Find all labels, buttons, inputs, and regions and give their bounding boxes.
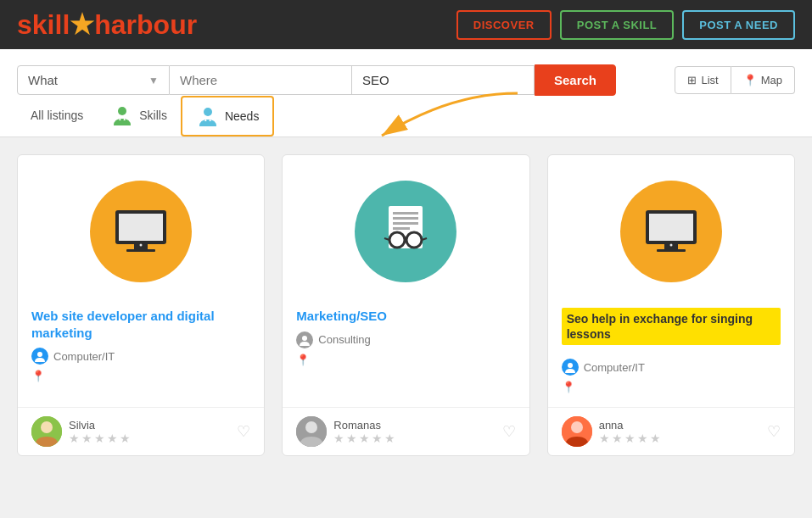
monitor-icon [111,209,171,255]
svg-rect-31 [657,249,686,252]
needs-person-icon [196,104,220,128]
search-query-input[interactable] [352,65,535,95]
svg-rect-19 [393,227,410,230]
svg-rect-16 [393,212,418,214]
header: skill★harbour DISCOVER POST A SKILL POST… [0,0,812,49]
card-2-username: Romanas [333,419,397,432]
nav-buttons: DISCOVER POST A SKILL POST A NEED [456,10,795,40]
svg-point-25 [302,336,307,341]
filter-tabs: All listings Skills [17,96,795,136]
card-3-image [548,155,794,299]
card-3-title[interactable]: Seo help in exchange for singing lessons [562,308,781,345]
post-skill-button[interactable]: POST A SKILL [560,10,675,40]
location-pin-icon: 📍 [296,354,310,366]
svg-rect-29 [649,214,693,241]
tab-needs[interactable]: Needs [181,96,274,136]
card-2-title[interactable]: Marketing/SEO [296,308,515,325]
what-label: What [28,73,58,87]
what-dropdown[interactable]: What ▼ [17,65,170,95]
map-view-button[interactable]: 📍 Map [731,66,795,94]
card-3: Seo help in exchange for singing lessons… [547,154,795,456]
svg-point-33 [568,363,573,368]
svg-point-27 [305,421,317,433]
chevron-down-icon: ▼ [148,75,159,86]
card-2-location: 📍 [296,354,515,366]
svg-rect-18 [393,222,418,225]
card-2-category: Consulting [296,331,515,348]
card-2-icon-circle [355,181,456,282]
card-1: Web site developer and digital marketing… [17,154,265,456]
card-1-icon-circle [90,181,192,282]
document-glasses-icon [372,202,440,261]
svg-point-35 [571,421,583,433]
svg-point-3 [204,108,212,116]
svg-rect-17 [393,217,418,220]
card-1-footer: Silvia ★★★★★ ♡ [18,407,264,455]
card-1-image [18,155,264,299]
card-1-category: Computer/IT [31,348,250,365]
card-2-body: Marketing/SEO Consulting 📍 [283,299,529,400]
card-1-title[interactable]: Web site developer and digital marketing [31,308,250,341]
svg-point-11 [140,243,143,246]
card-1-avatar [31,416,62,447]
card-2-favorite[interactable]: ♡ [502,422,516,441]
card-3-body: Seo help in exchange for singing lessons… [548,299,794,400]
svg-point-0 [118,107,126,115]
card-2-footer: Romanas ★★★★★ ♡ [283,407,529,455]
tab-skills[interactable]: Skills [97,97,181,136]
card-3-avatar [562,416,592,447]
card-3-location: 📍 [562,381,781,393]
card-3-user: anna ★★★★★ [562,416,663,447]
card-1-location: 📍 [31,370,250,382]
search-button[interactable]: Search [535,64,616,96]
svg-rect-10 [126,249,155,252]
card-2-category-label: Consulting [318,333,370,346]
view-toggle: ⊞ List 📍 Map [675,66,795,94]
card-3-footer: anna ★★★★★ ♡ [548,407,794,455]
card-1-body: Web site developer and digital marketing… [18,299,264,400]
svg-point-14 [41,421,53,433]
search-area: What ▼ Search ⊞ List 📍 Map [0,49,812,137]
svg-point-12 [37,352,42,357]
category-icon [562,359,579,376]
category-icon [296,331,313,348]
post-need-button[interactable]: POST A NEED [682,10,795,40]
card-2: Marketing/SEO Consulting 📍 [282,154,529,456]
card-1-favorite[interactable]: ♡ [237,422,250,441]
skills-person-icon [110,103,134,127]
tab-all-listings[interactable]: All listings [17,102,97,131]
card-2-image [283,155,529,299]
card-3-username: anna [599,419,663,432]
svg-point-32 [669,243,672,246]
category-icon [31,348,48,365]
card-3-category-label: Computer/IT [584,361,645,374]
card-2-avatar [296,416,327,447]
list-icon: ⊞ [687,74,697,86]
monitor-icon-2 [641,209,701,255]
card-3-icon-circle [620,181,722,282]
card-3-favorite[interactable]: ♡ [767,422,781,441]
card-1-category-label: Computer/IT [53,350,115,363]
svg-rect-8 [119,214,163,241]
card-2-stars: ★★★★★ [333,432,397,445]
card-1-username: Silvia [69,419,132,432]
map-pin-icon: 📍 [743,74,757,86]
card-3-category: Computer/IT [562,359,781,376]
location-pin-icon: 📍 [31,370,45,382]
card-2-user: Romanas ★★★★★ [296,416,397,447]
location-pin-icon: 📍 [562,381,575,393]
cards-area: Web site developer and digital marketing… [0,137,812,473]
card-3-stars: ★★★★★ [599,432,663,445]
card-1-stars: ★★★★★ [69,432,132,445]
logo: skill★harbour [17,8,197,41]
card-1-user: Silvia ★★★★★ [31,416,132,447]
list-view-button[interactable]: ⊞ List [675,66,731,94]
where-input[interactable] [170,65,352,95]
discover-button[interactable]: DISCOVER [456,10,552,40]
